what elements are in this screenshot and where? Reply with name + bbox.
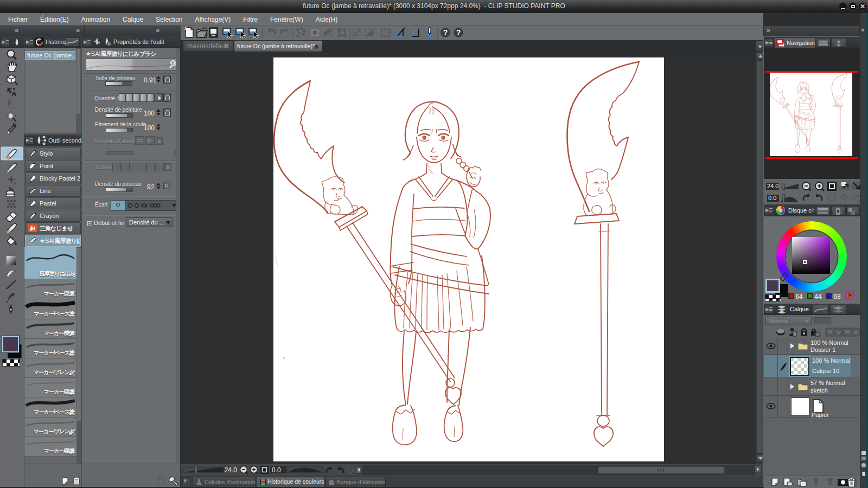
svg-text:?: ? (456, 28, 461, 37)
svg-text:?: ? (443, 28, 448, 37)
svg-text:0.0: 0.0 (272, 466, 281, 474)
svg-text:24.0: 24.0 (225, 466, 238, 474)
